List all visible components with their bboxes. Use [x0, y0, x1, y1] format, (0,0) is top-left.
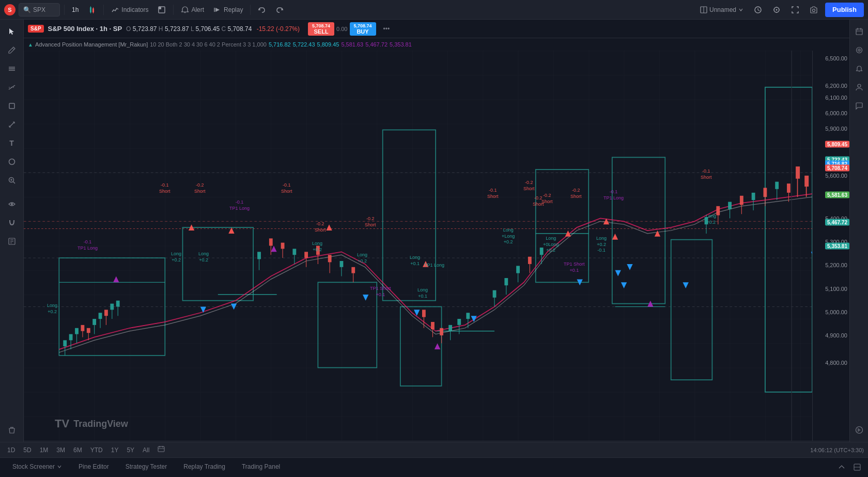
chart-main[interactable]: -0.1Short -0.2Short -0.1Short -0.2Short … [24, 51, 812, 441]
bottom-expand-button[interactable] [835, 460, 848, 474]
bottom-fullscreen-button[interactable] [850, 460, 864, 474]
candlestick-icon [88, 6, 96, 14]
sidebar-fibonacci-tool[interactable] [3, 79, 21, 96]
symbol-bar: S&P S&P 500 Index · 1h · SP O 5,723.87 H… [24, 20, 849, 38]
screenshot-button[interactable] [807, 3, 821, 17]
fibonacci-icon [8, 83, 16, 91]
measure-icon [8, 120, 16, 129]
svg-marker-152 [621, 282, 627, 288]
timeframe-6m[interactable]: 6M [70, 445, 85, 455]
sell-button[interactable]: 5,708.74 SELL [308, 22, 334, 36]
right-calendar-button[interactable] [850, 23, 868, 40]
collapse-indicator-button[interactable]: ▲ [28, 42, 33, 48]
publish-button[interactable]: Publish [825, 3, 864, 17]
sidebar-text-tool[interactable]: T [3, 134, 21, 152]
svg-rect-66 [87, 328, 90, 333]
timeframe-all[interactable]: All [140, 445, 152, 455]
timeframe-1h-button[interactable]: 1h [69, 3, 82, 17]
sidebar-cursor-tool[interactable] [3, 23, 21, 40]
svg-rect-38 [24, 51, 812, 441]
sidebar-pencil-tool[interactable] [3, 41, 21, 59]
svg-rect-22 [9, 103, 14, 109]
tab-trading-panel[interactable]: Trading Panel [234, 460, 288, 474]
buy-label: BUY [354, 28, 372, 35]
sidebar-magnet-tool[interactable] [3, 214, 21, 232]
timeframe-1y[interactable]: 1Y [108, 445, 122, 455]
timeframe-ytd[interactable]: YTD [87, 445, 106, 455]
clock-icon [754, 6, 762, 14]
annotation-long-2: Long+0.2 [171, 251, 181, 263]
search-icon: 🔍 [23, 6, 31, 13]
svg-rect-51 [765, 87, 812, 392]
clock-icon-button[interactable] [751, 3, 765, 17]
svg-marker-153 [627, 264, 632, 270]
separator [64, 5, 65, 15]
svg-marker-144 [655, 230, 660, 237]
annotation-short-2: -0.2Short [194, 182, 206, 194]
unnamed-button[interactable]: Unnamed [697, 5, 747, 15]
right-target-button[interactable] [850, 41, 868, 59]
search-text: SPX [33, 6, 45, 13]
timeframe-1d[interactable]: 1D [4, 445, 18, 455]
undo-button[interactable] [255, 3, 269, 17]
svg-marker-151 [615, 270, 621, 276]
three-dots-menu[interactable]: ••• [383, 25, 390, 33]
avatar[interactable]: S [4, 4, 16, 16]
buy-button[interactable]: 5,708.74 BUY [350, 22, 376, 36]
tab-pine-editor[interactable]: Pine Editor [70, 460, 117, 474]
sidebar-watch-tool[interactable] [3, 233, 21, 250]
chart-canvas[interactable]: -0.1Short -0.2Short -0.1Short -0.2Short … [24, 51, 849, 441]
price-label-5000: 5,000.00 [825, 309, 847, 315]
chart-type-button[interactable] [85, 3, 99, 17]
trade-buttons: 5,708.74 SELL 0.00 5,708.74 BUY [308, 22, 376, 36]
target-icon-button[interactable] [769, 3, 784, 17]
annotation-long-7: Long+0.1 [417, 287, 428, 299]
annotation-tp1-2: -0.1TP1 Long [229, 199, 250, 211]
indicators-button[interactable]: Indicators [108, 3, 151, 17]
search-box[interactable]: 🔍 SPX [19, 3, 60, 17]
tab-replay-trading[interactable]: Replay Trading [175, 460, 234, 474]
sidebar-circle-tool[interactable] [3, 153, 21, 171]
timeframe-calendar-button[interactable] [154, 444, 168, 455]
sell-price: 5,708.74 [312, 23, 330, 28]
tab-stock-screener[interactable]: Stock Screener [4, 460, 70, 474]
timeframe-1m[interactable]: 1M [37, 445, 52, 455]
svg-rect-50 [671, 240, 712, 380]
sidebar-lines-tool[interactable] [3, 60, 21, 78]
toolbar-right: Unnamed [697, 3, 864, 17]
sidebar-eye-tool[interactable] [3, 195, 21, 213]
sidebar-zoom-tool[interactable] [3, 172, 21, 189]
svg-rect-58 [63, 340, 67, 346]
chart-area[interactable]: S&P S&P 500 Index · 1h · SP O 5,723.87 H… [24, 20, 849, 442]
replay-icon [213, 6, 222, 14]
tv-logo: TV [55, 417, 69, 430]
templates-button[interactable] [154, 3, 169, 17]
right-bell-button[interactable] [850, 60, 868, 78]
svg-line-18 [12, 48, 14, 50]
right-flag-button[interactable] [850, 421, 868, 439]
timeframe-5d[interactable]: 5D [20, 445, 34, 455]
alert-button[interactable]: Alert [178, 3, 207, 17]
price-badge-5353: 5,353.81 [825, 242, 849, 249]
timeframe-5y[interactable]: 5Y [123, 445, 137, 455]
sidebar-measure-tool[interactable] [3, 116, 21, 133]
price-label-4900: 4,900.00 [825, 332, 847, 338]
fullscreen-button[interactable] [788, 3, 802, 17]
timeframe-3m[interactable]: 3M [53, 445, 68, 455]
right-person-button[interactable] [850, 79, 868, 96]
undo-icon [258, 6, 266, 14]
sidebar-shapes-tool[interactable] [3, 97, 21, 115]
svg-rect-3 [92, 8, 94, 12]
svg-marker-138 [228, 227, 234, 234]
sidebar-trash-tool[interactable] [3, 421, 21, 439]
tab-strategy-tester[interactable]: Strategy Tester [117, 460, 175, 474]
svg-marker-139 [326, 224, 332, 230]
replay-button[interactable]: Replay [210, 3, 246, 17]
right-chat-button[interactable] [850, 97, 868, 115]
annotation-short-3: -0.1Short [281, 182, 292, 194]
svg-rect-112 [516, 266, 520, 273]
svg-rect-130 [775, 182, 779, 189]
svg-rect-132 [787, 183, 791, 193]
redo-button[interactable] [272, 3, 287, 17]
right-panel [849, 20, 868, 442]
